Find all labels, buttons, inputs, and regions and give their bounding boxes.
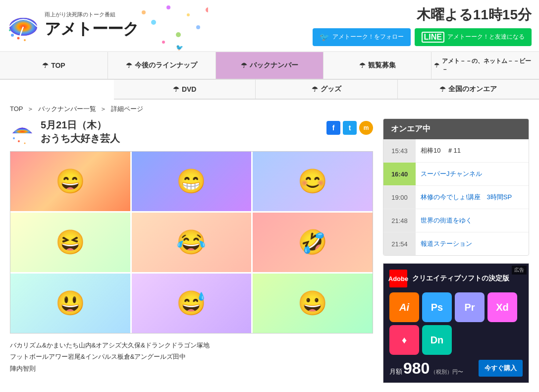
nav-net-icon: ☂: [434, 62, 439, 69]
grid-cell-9: 😀: [253, 274, 373, 333]
article: 5月21日（木） おうち大好き芸人 f t m 😄 😁 😊: [10, 118, 373, 374]
nav-dvd-label: DVD: [182, 85, 197, 93]
article-title: おうち大好き芸人: [41, 132, 120, 145]
facebook-share-button[interactable]: f: [326, 121, 340, 135]
nav-goods-label: グッズ: [321, 85, 341, 94]
mixi-share-button[interactable]: m: [359, 121, 373, 135]
svg-point-23: [24, 39, 26, 41]
svg-point-2: [187, 13, 190, 16]
breadcrumb-sep1: ＞: [27, 105, 34, 112]
twitter-share-icon: t: [349, 124, 351, 132]
svg-point-22: [17, 37, 20, 40]
nav-backnumber[interactable]: ☂ バックナンバー: [216, 52, 324, 79]
grid-cell-1: 😄: [10, 152, 130, 211]
svg-point-24: [9, 29, 11, 31]
svg-text:🐦: 🐦: [176, 44, 183, 51]
article-header: 5月21日（木） おうち大好き芸人 f t m: [10, 118, 373, 145]
nav-lineup-icon: ☂: [126, 61, 132, 69]
app-ai-icon: Ai: [389, 292, 419, 322]
nav-top[interactable]: ☂ TOP: [0, 52, 108, 79]
nav-audience-label: 観覧募集: [368, 61, 396, 70]
line-friend-button[interactable]: LINE アメトーーク！と友達になる: [415, 28, 532, 46]
image-grid: 😄 😁 😊 😆 😂 🤣 😃 😅 😀: [10, 151, 373, 334]
grid-cell-3: 😊: [253, 152, 373, 211]
grid-cell-8: 😅: [132, 274, 252, 333]
program-time-1: 15:43: [383, 139, 416, 162]
nav-goods[interactable]: ☂ グッズ: [256, 80, 397, 99]
logo-subtitle: 雨上がり決死隊のトーク番組: [45, 11, 139, 18]
breadcrumb-backnumber-link[interactable]: バックナンバー一覧: [38, 105, 96, 112]
svg-point-25: [13, 137, 15, 139]
ad-price-block: 月額 980 （税別）円〜: [389, 360, 463, 376]
adobe-logo-text: Adobe: [388, 275, 408, 282]
app-ac-icon: ♦: [389, 325, 419, 355]
app-xd-label: Xd: [496, 302, 509, 313]
app-pr-label: Pr: [464, 302, 475, 313]
program-item-5: 21:54 報道ステーション: [383, 232, 529, 255]
program-title-3[interactable]: 林修の今でしょ!講座 3時間SP: [416, 186, 529, 209]
twitter-share-button[interactable]: t: [343, 121, 357, 135]
program-title-5[interactable]: 報道ステーション: [416, 232, 529, 255]
primary-nav: ☂ TOP ☂ 今後のラインナップ ☂ バックナンバー ☂ 観覧募集 ☂ アメト…: [0, 52, 539, 80]
program-item-3: 19:00 林修の今でしょ!講座 3時間SP: [383, 186, 529, 209]
program-time-3: 19:00: [383, 186, 416, 209]
nav-top-label: TOP: [51, 61, 65, 69]
program-title-2[interactable]: スーパーJチャンネル: [416, 163, 529, 185]
program-title-1[interactable]: 相棒10 ＃11: [416, 139, 529, 162]
grid-cell-2: 😁: [132, 152, 252, 211]
breadcrumb-top-link[interactable]: TOP: [10, 105, 23, 112]
nav-net[interactable]: ☂ アメト－－の、ネットム－－ビー－: [431, 52, 539, 79]
logo-umbrella-icon: [7, 9, 40, 42]
facebook-icon: f: [332, 124, 335, 132]
ad-apps-grid: Ai Ps Pr Xd ♦ Dn: [389, 292, 523, 355]
svg-point-4: [166, 5, 170, 9]
line-icon: LINE: [422, 32, 444, 43]
program-title-4[interactable]: 世界の街道をゆく: [416, 209, 529, 232]
logo-area: 雨上がり決死隊のトーク番組 アメトーーク: [7, 9, 139, 42]
svg-point-0: [206, 7, 208, 12]
sidebar: オンエア中 15:43 相棒10 ＃11 16:40 スーパーJチャンネル 19…: [383, 118, 529, 383]
nav-onair-label: 全国のオンエア: [448, 85, 497, 94]
svg-point-6: [151, 20, 156, 25]
cast-info: バカリズム&かまいたち山内&オアシズ大久保&ドランクドラゴン塚地 フットボールア…: [10, 339, 373, 374]
svg-point-7: [142, 10, 146, 14]
broadcast-info: 木曜よる11時15分: [417, 5, 532, 24]
breadcrumb-current: 詳細ページ: [111, 105, 143, 112]
ad-price-row: 月額 980 （税別）円〜 今すぐ購入: [389, 360, 523, 377]
article-date-block: 5月21日（木） おうち大好き芸人: [10, 118, 120, 145]
ad-section: 広告 Adobe クリエイティブソフトの決定版 Ai Ps P: [383, 263, 529, 383]
program-item-1: 15:43 相棒10 ＃11: [383, 139, 529, 163]
program-item-2: 16:40 スーパーJチャンネル: [383, 163, 529, 186]
header: 🐦: [0, 0, 539, 52]
article-umbrella-icon: [10, 119, 35, 144]
ad-badge: 広告: [512, 266, 527, 275]
svg-point-5: [162, 41, 165, 44]
line-label: アメトーーク！と友達になる: [447, 33, 525, 41]
program-item-4: 21:48 世界の街道をゆく: [383, 209, 529, 232]
header-right: 木曜よる11時15分 🐦 アメトーーク！をフォロー LINE アメトーーク！と友…: [313, 5, 532, 46]
nav-lineup-label: 今後のラインナップ: [135, 61, 197, 70]
app-ac-label: ♦: [402, 335, 407, 346]
app-pr-icon: Pr: [455, 292, 485, 322]
article-social-buttons: f t m: [326, 121, 373, 135]
secondary-nav: ☂ DVD ☂ グッズ ☂ 全国のオンエア: [114, 80, 539, 100]
nav-lineup[interactable]: ☂ 今後のラインナップ: [108, 52, 216, 79]
nav-onair-icon: ☂: [439, 85, 446, 93]
app-ai-label: Ai: [399, 302, 409, 313]
app-ps-label: Ps: [431, 302, 443, 313]
ad-price-prefix: 月額: [389, 367, 402, 376]
program-time-2: 16:40: [383, 163, 416, 185]
svg-point-21: [11, 34, 14, 37]
twitter-follow-button[interactable]: 🐦 アメトーーク！をフォロー: [313, 28, 411, 46]
nav-dvd[interactable]: ☂ DVD: [114, 80, 256, 99]
nav-onair[interactable]: ☂ 全国のオンエア: [398, 80, 539, 99]
app-dn-label: Dn: [431, 335, 444, 346]
grid-cell-6: 🤣: [253, 213, 373, 272]
svg-point-1: [196, 25, 200, 29]
nav-audience[interactable]: ☂ 観覧募集: [323, 52, 431, 79]
main-content: 5月21日（木） おうち大好き芸人 f t m 😄 😁 😊: [0, 118, 539, 392]
svg-point-3: [176, 32, 181, 37]
grid-cell-7: 😃: [10, 274, 130, 333]
ad-cta-button[interactable]: 今すぐ購入: [479, 360, 523, 377]
program-time-5: 21:54: [383, 232, 416, 255]
